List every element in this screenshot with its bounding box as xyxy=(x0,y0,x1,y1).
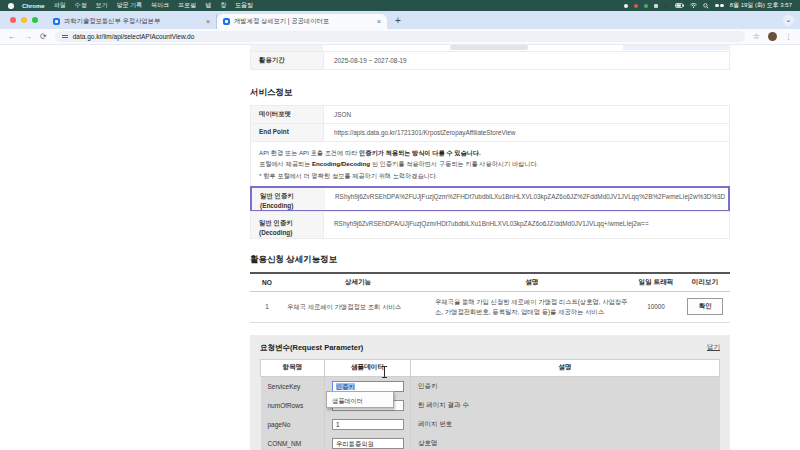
page-content: 활용기간 2025-08-19 ~ 2027-08-19 서비스정보 데이터포맷… xyxy=(0,45,800,450)
green-app-status-icon[interactable] xyxy=(644,4,648,8)
conmnm-input[interactable]: 우리통증의원 xyxy=(332,438,404,449)
service-info-title: 서비스정보 xyxy=(250,87,730,99)
record-status-icon[interactable] xyxy=(624,4,628,8)
profile-avatar[interactable] xyxy=(768,32,777,41)
window-controls xyxy=(0,17,47,29)
usage-period-row: 활용기간 2025-08-19 ~ 2027-08-19 xyxy=(250,51,730,70)
menubar-item-help[interactable]: 도움말 xyxy=(235,1,253,10)
decoding-key-value: RShyh9j6ZvRSEhDPA/UJjFuzjQzm/HDt7ubdblLX… xyxy=(323,211,730,238)
param-name: CONM_NM xyxy=(261,434,325,450)
spotlight-search-icon[interactable] xyxy=(703,3,709,9)
zoom-window-button[interactable] xyxy=(32,17,38,23)
forward-button[interactable]: → xyxy=(24,32,32,41)
row-description: 우체국을 통해 가입 신청한 제로페이 가맹점 리스트(상호명, 사업장주소, … xyxy=(432,291,632,322)
data-format-value: JSON xyxy=(323,105,730,124)
notice-line1-bold: 인증키가 적용되는 방식이 다를 수 있습니다. xyxy=(359,149,481,156)
param-description: 상호명 xyxy=(411,434,720,450)
cutoff-highlight xyxy=(623,45,730,50)
tab-close-icon[interactable]: × xyxy=(377,18,381,25)
wifi-icon[interactable] xyxy=(690,3,697,8)
menubar-app-name[interactable]: Chrome xyxy=(22,3,45,9)
col-sample-data: 샘플데이터 xyxy=(325,359,411,376)
request-parameter-title: 요청변수(Request Parameter) xyxy=(260,343,363,353)
tab-postal-service[interactable]: 과학기술정보통신부 우정사업본부 × xyxy=(47,14,217,29)
menubar-item-edit[interactable]: 수정 xyxy=(75,1,87,10)
table-row: 1 우체국 제로페이 가맹점정보 조회 서비스 우체국을 통해 가입 신청한 제… xyxy=(250,291,730,322)
tab-search-chevron-icon[interactable]: ⌄ xyxy=(783,15,794,26)
window-app-status-icon[interactable] xyxy=(654,4,658,8)
notice-line2-bold: Encoding/Decoding xyxy=(312,160,370,167)
encoding-key-row: 일반 인증키 (Encoding) RShyh9j6ZvRSEhDPA%2FUJ… xyxy=(250,186,730,212)
col-param-name: 항목명 xyxy=(261,359,325,376)
notice-line1: API 환경 또는 API 호출 조건에 따라 xyxy=(259,149,359,156)
menubar-item-view[interactable]: 보기 xyxy=(96,1,108,10)
control-center-icon[interactable] xyxy=(715,4,724,7)
input-text: 1 xyxy=(336,421,340,428)
end-point-row: End Point https://apis.data.go.kr/172130… xyxy=(250,123,730,142)
end-point-label: End Point xyxy=(250,123,323,142)
data-format-row: 데이터포맷 JSON xyxy=(250,105,730,124)
data-format-label: 데이터포맷 xyxy=(250,105,323,124)
menubar-item-file[interactable]: 파일 xyxy=(54,1,66,10)
menubar-item-bookmarks[interactable]: 북마크 xyxy=(151,1,169,10)
row-traffic: 10000 xyxy=(632,291,680,322)
request-parameter-panel: 요청변수(Request Parameter) 닫기 항목명 샘플데이터 설명 … xyxy=(250,335,730,450)
param-name: numOfRows xyxy=(261,396,325,415)
confirm-button[interactable]: 확인 xyxy=(687,298,722,316)
tab-favicon-icon xyxy=(53,18,60,25)
close-window-button[interactable] xyxy=(10,17,16,23)
new-tab-button[interactable]: + xyxy=(395,16,401,26)
decoding-key-sublabel: (Decoding) xyxy=(259,229,292,236)
col-param-description: 설명 xyxy=(411,359,720,376)
row-no: 1 xyxy=(250,291,284,322)
screen: Chrome 파일 수정 보기 방문 기록 북마크 프로필 탭 창 도움말 8월… xyxy=(0,0,800,450)
input-text: 우리통증의원 xyxy=(336,440,374,447)
param-description: 한 페이지 결과 수 xyxy=(411,396,720,415)
cutoff-button xyxy=(450,45,528,50)
notice-line2: 포털에서 제공되는 xyxy=(259,160,312,167)
row-function-name: 우체국 제로페이 가맹점정보 조회 서비스 xyxy=(284,291,432,322)
battery-icon[interactable] xyxy=(675,3,684,8)
notice-line2-post: 된 인증키를 적용하면서 구동되는 키를 사용하시기 바랍니다. xyxy=(370,160,538,167)
text-cursor-icon xyxy=(381,366,388,378)
menubar-clock[interactable]: 8월 19일 (화) 오후 3:57 xyxy=(730,1,792,10)
menubar-item-profiles[interactable]: 프로필 xyxy=(178,1,196,10)
decoding-key-row: 일반 인증키 (Decoding) RShyh9j6ZvRSEhDPA/UJjF… xyxy=(250,211,730,238)
detail-function-table: NO 상세기능 설명 일일 트래픽 미리보기 1 우체국 제로페이 가맹점정보 … xyxy=(250,272,730,323)
notice-line3: * 향후 포털에서 더 명확한 정보를 제공하기 위해 노력하겠습니다. xyxy=(259,172,438,179)
url-bar[interactable]: data.go.kr/iim/api/selectAPIAcountView.d… xyxy=(55,31,745,42)
pageno-input[interactable]: 1 xyxy=(332,419,404,430)
encoding-key-label: 일반 인증키 xyxy=(260,192,294,199)
reload-button[interactable]: ⟳ xyxy=(40,32,47,41)
param-row-conmnm: CONM_NM 우리통증의원 상호명 xyxy=(261,434,720,450)
col-no: NO xyxy=(250,273,284,292)
back-button[interactable]: ← xyxy=(8,32,16,41)
usage-period-label: 활용기간 xyxy=(250,51,323,70)
menubar-item-history[interactable]: 방문 기록 xyxy=(117,1,143,10)
dark-app-status-icon[interactable] xyxy=(664,3,669,8)
browser-menu-icon[interactable]: ⋮ xyxy=(785,33,792,41)
menubar-item-window[interactable]: 창 xyxy=(220,1,226,10)
macos-menubar: Chrome 파일 수정 보기 방문 기록 북마크 프로필 탭 창 도움말 8월… xyxy=(0,0,800,11)
encoding-key-sublabel: (Encoding) xyxy=(260,202,293,209)
usage-period-value: 2025-08-19 ~ 2027-08-19 xyxy=(323,51,730,70)
menubar-item-tab[interactable]: 탭 xyxy=(205,1,211,10)
tab-strip: 과학기술정보통신부 우정사업본부 × 개발계정 상세보기 | 공공데이터포 × … xyxy=(0,11,800,29)
minimize-window-button[interactable] xyxy=(21,17,27,23)
tab-api-detail[interactable]: 개발계정 상세보기 | 공공데이터포 × xyxy=(217,14,387,29)
tab-label: 과학기술정보통신부 우정사업본부 xyxy=(64,17,202,26)
param-description: 페이지 번호 xyxy=(411,415,720,434)
col-daily-traffic: 일일 트래픽 xyxy=(632,273,680,292)
encoding-key-value: RShyh9j6ZvRSEhDPA%2FUJjFuzjQzm%2FHDt7ubd… xyxy=(325,188,728,210)
site-settings-icon[interactable] xyxy=(62,35,68,39)
tab-favicon-icon xyxy=(223,18,230,25)
param-row-pageno: pageNo 1 페이지 번호 xyxy=(261,415,720,434)
close-link[interactable]: 닫기 xyxy=(707,343,720,352)
col-preview: 미리보기 xyxy=(680,273,730,292)
tab-close-icon[interactable]: × xyxy=(206,18,210,25)
red-app-status-icon[interactable] xyxy=(634,4,638,8)
bookmark-star-icon[interactable]: ☆ xyxy=(753,32,760,41)
end-point-value: https://apis.data.go.kr/1721301/KrpostZe… xyxy=(323,123,730,142)
col-detail-function: 상세기능 xyxy=(284,273,432,292)
apple-menu-icon[interactable] xyxy=(8,3,14,9)
